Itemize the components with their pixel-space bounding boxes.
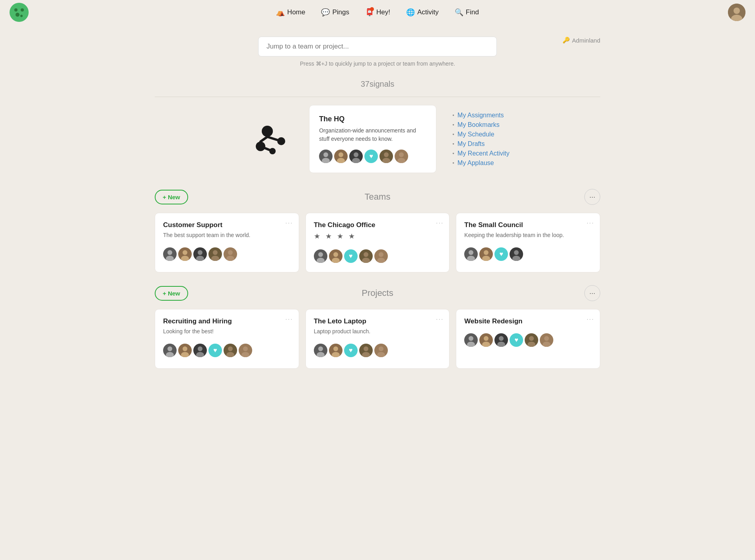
svg-point-60 bbox=[317, 352, 325, 357]
svg-line-12 bbox=[261, 137, 267, 142]
svg-point-0 bbox=[10, 3, 29, 22]
nav-find-label: Find bbox=[466, 8, 479, 16]
user-avatar[interactable] bbox=[728, 4, 745, 21]
teams-more-button[interactable]: ··· bbox=[584, 189, 600, 205]
svg-point-53 bbox=[198, 346, 202, 351]
svg-point-38 bbox=[332, 258, 340, 263]
team-card-chicago[interactable]: ··· The Chicago Office ★ ★ ★ ★ ♥ bbox=[306, 213, 450, 272]
svg-point-74 bbox=[527, 342, 535, 347]
svg-point-30 bbox=[196, 256, 204, 261]
card-menu-icon[interactable]: ··· bbox=[436, 316, 444, 323]
my-assignments-link[interactable]: My Assignments bbox=[457, 112, 504, 119]
avatar bbox=[178, 247, 192, 261]
svg-point-17 bbox=[339, 152, 343, 157]
svg-point-66 bbox=[377, 352, 385, 357]
project-card-title: The Leto Laptop bbox=[314, 317, 442, 325]
my-recent-activity-link[interactable]: My Recent Activity bbox=[457, 150, 510, 157]
adminland-label: Adminland bbox=[572, 37, 600, 44]
search-section: Press ⌘+J to quickly jump to a project o… bbox=[155, 37, 600, 67]
card-menu-icon[interactable]: ··· bbox=[587, 316, 594, 323]
my-drafts-link[interactable]: My Drafts bbox=[457, 140, 485, 148]
project-card-leto[interactable]: ··· The Leto Laptop Laptop product launc… bbox=[306, 309, 450, 369]
teams-new-button[interactable]: + New bbox=[155, 190, 188, 204]
card-menu-icon[interactable]: ··· bbox=[436, 220, 444, 227]
teams-grid: ··· Customer Support The best support te… bbox=[155, 213, 600, 272]
team-avatars: ♥ bbox=[464, 247, 592, 261]
bullet: ● bbox=[452, 161, 454, 165]
hq-avatars: ♥ bbox=[319, 150, 426, 163]
avatar bbox=[510, 247, 523, 261]
logo[interactable] bbox=[10, 3, 29, 22]
nav-pings[interactable]: 💬 Pings bbox=[315, 5, 356, 20]
team-card-customer-support[interactable]: ··· Customer Support The best support te… bbox=[155, 213, 299, 272]
svg-point-16 bbox=[322, 158, 330, 163]
projects-new-button[interactable]: + New bbox=[155, 286, 188, 301]
quick-link-item: ● My Assignments bbox=[452, 112, 510, 119]
teams-section-label: Teams bbox=[365, 192, 391, 202]
svg-point-61 bbox=[333, 346, 338, 351]
avatar bbox=[163, 247, 177, 261]
my-schedule-link[interactable]: My Schedule bbox=[457, 131, 494, 138]
svg-point-44 bbox=[467, 256, 475, 261]
svg-point-25 bbox=[167, 250, 172, 255]
card-menu-icon[interactable]: ··· bbox=[285, 316, 293, 323]
avatar-heart: ♥ bbox=[494, 247, 508, 261]
projects-more-button[interactable]: ··· bbox=[584, 285, 600, 301]
card-menu-icon[interactable]: ··· bbox=[587, 220, 594, 227]
avatar bbox=[193, 247, 207, 261]
svg-point-40 bbox=[362, 258, 370, 263]
project-card-website[interactable]: ··· Website Redesign ♥ bbox=[456, 309, 600, 369]
card-menu-icon[interactable]: ··· bbox=[285, 220, 293, 227]
svg-point-62 bbox=[332, 352, 340, 357]
signals-title: 37signals bbox=[155, 80, 600, 89]
avatar bbox=[464, 333, 478, 347]
avatar bbox=[314, 249, 327, 263]
avatar bbox=[494, 333, 508, 347]
find-icon: 🔍 bbox=[455, 8, 463, 17]
avatar bbox=[329, 344, 342, 357]
svg-point-52 bbox=[181, 352, 189, 357]
nav-home[interactable]: ⛺ Home bbox=[270, 5, 311, 20]
avatar bbox=[329, 249, 342, 263]
svg-point-68 bbox=[467, 342, 475, 347]
home-icon: ⛺ bbox=[276, 8, 285, 17]
team-card-desc: Keeping the leadership team in the loop. bbox=[464, 231, 592, 239]
svg-point-4 bbox=[20, 15, 23, 17]
more-icon: ··· bbox=[589, 193, 595, 201]
nav-find[interactable]: 🔍 Find bbox=[448, 5, 485, 20]
project-card-desc: Laptop product launch. bbox=[314, 328, 442, 336]
search-input[interactable] bbox=[258, 37, 497, 56]
avatar bbox=[349, 150, 363, 163]
avatar bbox=[208, 247, 222, 261]
svg-point-22 bbox=[382, 158, 390, 163]
svg-point-24 bbox=[397, 158, 405, 163]
team-card-small-council[interactable]: ··· The Small Council Keeping the leader… bbox=[456, 213, 600, 272]
nav-activity[interactable]: 🌐 Activity bbox=[400, 5, 445, 20]
adminland-link[interactable]: 🔑 Adminland bbox=[562, 37, 600, 44]
avatar-heart: ♥ bbox=[208, 344, 222, 357]
quick-link-item: ● My Applause bbox=[452, 159, 510, 167]
projects-section-header: + New Projects ··· bbox=[155, 285, 600, 301]
pings-icon: 💬 bbox=[321, 8, 330, 17]
avatar bbox=[525, 333, 538, 347]
svg-point-6 bbox=[734, 8, 740, 14]
svg-point-19 bbox=[354, 152, 358, 157]
team-card-desc: The best support team in the world. bbox=[163, 231, 291, 239]
svg-point-35 bbox=[318, 252, 323, 257]
svg-point-34 bbox=[226, 256, 234, 261]
avatar bbox=[540, 333, 553, 347]
hq-title: The HQ bbox=[319, 115, 426, 123]
project-card-recruiting[interactable]: ··· Recruiting and Hiring Looking for th… bbox=[155, 309, 299, 369]
svg-point-73 bbox=[529, 336, 534, 341]
svg-point-20 bbox=[352, 158, 360, 163]
project-avatars: ♥ bbox=[464, 333, 592, 347]
nav-hey[interactable]: 📮 Hey! bbox=[359, 5, 397, 20]
my-applause-link[interactable]: My Applause bbox=[457, 159, 494, 167]
hq-card[interactable]: The HQ Organization-wide announcements a… bbox=[309, 105, 436, 173]
bullet: ● bbox=[452, 132, 454, 136]
my-bookmarks-link[interactable]: My Bookmarks bbox=[457, 121, 500, 128]
avatar-heart: ♥ bbox=[364, 150, 378, 163]
svg-point-71 bbox=[499, 336, 504, 341]
activity-icon: 🌐 bbox=[406, 8, 415, 17]
hey-notification-dot bbox=[370, 7, 374, 11]
